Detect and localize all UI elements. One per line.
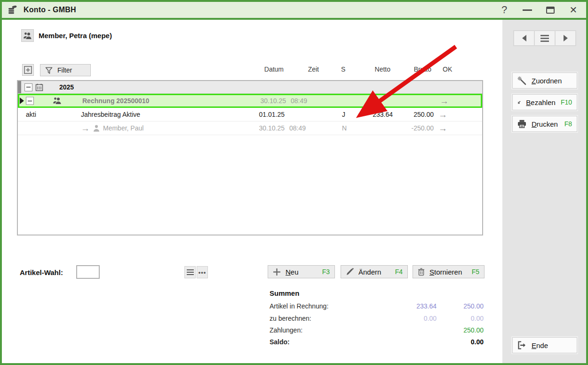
bezahlen-fkey: F10 xyxy=(561,98,572,106)
sum-saldo: 0.00 xyxy=(437,338,484,346)
window-title: Konto - GMBH xyxy=(24,6,76,14)
item-description: Jahresbeitrag Aktive xyxy=(81,111,230,118)
ellipsis-icon: ••• xyxy=(199,269,207,276)
row-arrow-icon[interactable]: → xyxy=(440,96,449,106)
sum-row-zahlungen: Zahlungen: 250.00 xyxy=(270,326,484,336)
group-indicator-bar xyxy=(18,81,21,93)
column-header-ok[interactable]: OK xyxy=(443,65,452,75)
row-arrow-icon[interactable]: → xyxy=(438,123,447,133)
sum-zu-berechnen-netto: 0.00 xyxy=(389,315,437,322)
bezahlen-button[interactable]: Bezahlen F10 xyxy=(512,94,577,110)
summen-title: Summen xyxy=(270,289,299,297)
invoice-date: 30.10.25 xyxy=(231,97,286,105)
maximize-icon xyxy=(546,7,555,14)
printer-icon xyxy=(517,120,526,128)
arrow-right-icon xyxy=(564,35,568,41)
column-header-zeit[interactable]: Zeit xyxy=(281,65,319,75)
close-button[interactable]: ✕ xyxy=(568,5,579,15)
filter-funnel-icon xyxy=(45,67,53,74)
column-header-brutto[interactable]: Brutto xyxy=(384,65,431,75)
aendern-button[interactable]: Ändern F4 xyxy=(341,265,408,278)
drucken-fkey: F8 xyxy=(564,120,572,128)
list-icon xyxy=(187,269,194,275)
payment-member-name: Member, Paul xyxy=(103,124,143,132)
drucken-label: Drucken xyxy=(532,120,558,128)
calendar-icon xyxy=(35,83,43,91)
sum-row-saldo: Saldo: 0.00 xyxy=(270,338,484,348)
sum-row-zu-berechnen: zu berechnen: 0.00 0.00 xyxy=(270,315,484,324)
table-row-payment[interactable]: → Member, Paul 30.10.25 08:49 N -250.00 … xyxy=(18,122,482,135)
people-icon xyxy=(53,97,62,105)
sum-row-artikel: Artikel in Rechnung: 233.64 250.00 xyxy=(270,302,484,312)
collapse-group-icon[interactable] xyxy=(24,83,32,91)
stornieren-fkey: F5 xyxy=(472,268,479,276)
member-name: Member, Petra (mepe) xyxy=(39,32,112,40)
trash-icon xyxy=(418,268,425,276)
member-avatar[interactable] xyxy=(21,29,34,42)
column-header-datum[interactable]: Datum xyxy=(237,65,284,75)
zuordnen-label: Zuordnen xyxy=(532,77,562,85)
record-navigation xyxy=(513,30,576,46)
expand-all-button[interactable] xyxy=(22,64,34,76)
sum-zahlungen: 250.00 xyxy=(437,326,484,334)
bezahlen-label: Bezahlen xyxy=(526,98,556,106)
zuordnen-button[interactable]: Zuordnen xyxy=(512,73,577,89)
invoice-time: 08:49 xyxy=(286,97,307,105)
sidebar: Zuordnen Bezahlen F10 xyxy=(502,20,586,363)
group-year-label: 2025 xyxy=(59,83,74,91)
neu-label: Neu xyxy=(286,268,299,276)
filter-label: Filter xyxy=(57,66,72,74)
konto-window: Konto - GMBH ? ✕ Member, Petra (mepe) xyxy=(0,0,588,365)
invoice-title: Rechnung 202500010 xyxy=(82,97,231,105)
year-group-row[interactable]: 2025 xyxy=(18,81,482,94)
collapse-invoice-icon[interactable] xyxy=(26,97,34,105)
column-header-netto[interactable]: Netto xyxy=(343,65,390,75)
person-icon xyxy=(93,125,100,132)
artikel-wahl-input[interactable] xyxy=(76,265,100,279)
sum-zu-berechnen-brutto: 0.00 xyxy=(437,315,484,322)
article-list-button[interactable] xyxy=(184,266,196,278)
minimize-button[interactable] xyxy=(522,5,532,15)
record-menu-button[interactable] xyxy=(535,31,555,45)
exit-icon xyxy=(517,341,526,349)
payment-link-arrow-icon: → xyxy=(81,124,90,133)
neu-button[interactable]: Neu F3 xyxy=(268,265,335,278)
sum-artikel-brutto: 250.00 xyxy=(437,302,484,310)
row-arrow-icon[interactable]: → xyxy=(438,110,447,120)
minimize-icon xyxy=(523,9,532,11)
maximize-button[interactable] xyxy=(545,5,556,15)
ende-label: Ende xyxy=(532,341,548,349)
current-row-pointer-icon xyxy=(20,97,24,104)
table-row-invoice[interactable]: Rechnung 202500010 30.10.25 08:49 → xyxy=(18,94,482,108)
plus-icon xyxy=(273,268,281,276)
article-more-button[interactable]: ••• xyxy=(197,266,208,278)
arrow-left-icon xyxy=(522,35,526,41)
titlebar: Konto - GMBH ? ✕ xyxy=(2,2,586,20)
item-code: akti xyxy=(18,111,81,118)
next-record-button[interactable] xyxy=(556,31,575,45)
help-button[interactable]: ? xyxy=(499,5,509,15)
coins-icon xyxy=(517,98,521,107)
artikel-wahl-label: Artikel-Wahl: xyxy=(20,268,63,276)
transactions-table: 2025 Rechnung 202 xyxy=(17,80,483,235)
ende-button[interactable]: Ende xyxy=(512,337,577,353)
coins-app-icon xyxy=(7,4,18,16)
table-row-item[interactable]: akti Jahresbeitrag Aktive 01.01.25 J 233… xyxy=(18,108,482,122)
aendern-label: Ändern xyxy=(358,268,381,276)
magic-wand-icon xyxy=(517,76,526,85)
sum-artikel-netto: 233.64 xyxy=(389,302,437,310)
neu-fkey: F3 xyxy=(322,268,330,276)
menu-icon xyxy=(540,35,549,42)
filter-button[interactable]: Filter xyxy=(40,64,91,76)
stornieren-button[interactable]: Stornieren F5 xyxy=(413,265,485,278)
drucken-button[interactable]: Drucken F8 xyxy=(512,116,577,132)
stornieren-label: Stornieren xyxy=(429,268,462,276)
aendern-fkey: F4 xyxy=(395,268,403,276)
main-area: Member, Petra (mepe) Filter Datum Zeit S… xyxy=(2,20,502,363)
pencil-icon xyxy=(346,268,354,276)
previous-record-button[interactable] xyxy=(514,31,534,45)
